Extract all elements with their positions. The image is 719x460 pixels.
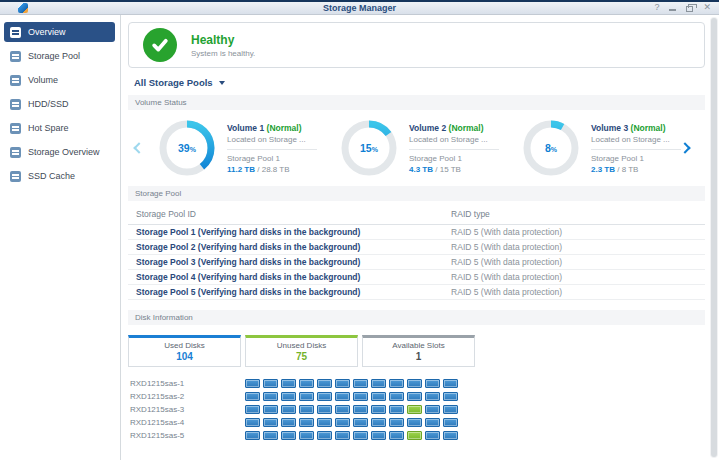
disk-slot-unused <box>407 431 422 440</box>
percent-sign: % <box>551 146 557 153</box>
volume-used: 2.3 TB <box>591 165 615 174</box>
disk-slot-unused <box>407 405 422 414</box>
raid-type-cell: RAID 5 (With data protection) <box>451 272 705 282</box>
storage-pool-filter-label: All Storage Pools <box>134 77 213 88</box>
overview-icon <box>10 27 21 38</box>
volume-card: 8 % Volume 3 (Normal) Located on Storage… <box>523 120 681 176</box>
vertical-scrollbar[interactable] <box>710 17 718 458</box>
sidebar-item[interactable]: HDD/SSD <box>4 94 115 114</box>
disk-slot-used <box>263 392 278 401</box>
sidebar-item[interactable]: Overview <box>4 22 115 42</box>
sidebar-item[interactable]: Volume <box>4 70 115 90</box>
table-row[interactable]: Storage Pool 3 (Verifying hard disks in … <box>128 255 705 270</box>
disk-slot-used <box>281 431 296 440</box>
restore-icon[interactable] <box>686 6 693 12</box>
disk-slot-used <box>281 405 296 414</box>
close-icon[interactable]: ✕ <box>703 2 711 13</box>
hdd-ssd-icon <box>10 99 21 110</box>
disk-slot-used <box>443 418 458 427</box>
column-header-pool-id[interactable]: Storage Pool ID <box>128 209 451 219</box>
disk-slot-used <box>425 392 440 401</box>
sidebar-item[interactable]: Storage Pool <box>4 46 115 66</box>
table-row[interactable]: Storage Pool 4 (Verifying hard disks in … <box>128 270 705 285</box>
disk-slot-used <box>335 431 350 440</box>
stat-value: 104 <box>129 351 240 362</box>
sidebar: Overview Storage Pool Volume HDD/SSD <box>0 15 121 460</box>
disk-slot-used <box>371 392 386 401</box>
disk-stat-card: Unused Disks 75 <box>245 335 358 367</box>
storage-pool-icon <box>10 51 21 62</box>
disk-slot-used <box>335 392 350 401</box>
sidebar-item-label: SSD Cache <box>28 171 75 181</box>
scrollbar-thumb[interactable] <box>711 18 717 457</box>
disk-slot-used <box>425 418 440 427</box>
volume-location: Located on Storage ... <box>227 135 317 150</box>
disk-slot-used <box>281 392 296 401</box>
stat-label: Unused Disks <box>246 341 357 350</box>
disk-stat-card: Used Disks 104 <box>128 335 241 367</box>
enclosure-row: RXD1215sas-3 <box>128 403 705 416</box>
sidebar-item-label: Overview <box>28 27 66 37</box>
disk-slot-used <box>371 379 386 388</box>
volume-state: (Normal) <box>449 123 484 133</box>
sidebar-item-label: Volume <box>28 75 58 85</box>
disk-slot-used <box>263 431 278 440</box>
disk-slot-grid <box>245 405 458 414</box>
storage-manager-window: Storage Manager ? ✕ Overview Storage Poo… <box>0 0 719 460</box>
pool-id-cell: Storage Pool 2 (Verifying hard disks in … <box>128 242 451 252</box>
sidebar-item[interactable]: Storage Overview <box>4 142 115 162</box>
disk-slot-used <box>299 379 314 388</box>
carousel-next-icon[interactable] <box>679 142 690 153</box>
column-header-raid-type[interactable]: RAID type <box>451 209 705 219</box>
enclosure-row: RXD1215sas-1 <box>128 377 705 390</box>
disk-slot-used <box>263 418 278 427</box>
volume-total: / 15 TB <box>435 165 461 174</box>
disk-slot-used <box>389 379 404 388</box>
disk-slot-used <box>407 418 422 427</box>
carousel-prev-icon[interactable] <box>133 142 144 153</box>
volume-card: 15 % Volume 2 (Normal) Located on Storag… <box>341 120 499 176</box>
health-status-card: Healthy System is healthy. <box>128 22 705 68</box>
disk-slot-grid <box>245 379 458 388</box>
raid-type-cell: RAID 5 (With data protection) <box>451 287 705 297</box>
table-row[interactable]: Storage Pool 5 (Verifying hard disks in … <box>128 285 705 300</box>
disk-slot-used <box>335 379 350 388</box>
pool-id-cell: Storage Pool 1 (Verifying hard disks in … <box>128 227 451 237</box>
storage-pool-filter-dropdown[interactable]: All Storage Pools <box>134 77 225 88</box>
volume-pool: Storage Pool 1 <box>409 154 499 163</box>
table-row[interactable]: Storage Pool 1 (Verifying hard disks in … <box>128 225 705 240</box>
stat-value: 75 <box>246 351 357 362</box>
stat-label: Used Disks <box>129 341 240 350</box>
disk-slot-used <box>263 405 278 414</box>
disk-slot-used <box>245 418 260 427</box>
disk-slot-used <box>425 405 440 414</box>
volume-used: 4.3 TB <box>409 165 433 174</box>
sidebar-item-label: Hot Spare <box>28 123 69 133</box>
enclosure-row: RXD1215sas-5 <box>128 429 705 442</box>
storage-pool-table: Storage Pool ID RAID type Storage Pool 1… <box>128 204 705 300</box>
disk-slot-used <box>407 392 422 401</box>
disk-slot-used <box>353 392 368 401</box>
disk-slot-used <box>353 418 368 427</box>
volume-usage-donut: 15 % <box>341 120 397 176</box>
volume-total: / 8 TB <box>617 165 638 174</box>
pool-id-cell: Storage Pool 3 (Verifying hard disks in … <box>128 257 451 267</box>
disk-slot-used <box>389 418 404 427</box>
titlebar: Storage Manager ? ✕ <box>0 0 719 15</box>
disk-slot-used <box>353 431 368 440</box>
volume-status-section-header: Volume Status <box>128 95 705 110</box>
volume-name: Volume 3 <box>591 123 628 133</box>
pool-id-cell: Storage Pool 5 (Verifying hard disks in … <box>128 287 451 297</box>
disk-slot-used <box>245 392 260 401</box>
volume-icon <box>10 75 21 86</box>
sidebar-item[interactable]: SSD Cache <box>4 166 115 186</box>
enclosure-row: RXD1215sas-4 <box>128 416 705 429</box>
disk-stat-card: Available Slots 1 <box>362 335 475 367</box>
enclosure-name: RXD1215sas-2 <box>128 392 245 401</box>
enclosure-name: RXD1215sas-4 <box>128 418 245 427</box>
help-icon[interactable]: ? <box>654 2 659 13</box>
volume-carousel: 39 % Volume 1 (Normal) Located on Storag… <box>128 110 705 186</box>
minimize-icon[interactable] <box>669 9 676 11</box>
sidebar-item[interactable]: Hot Spare <box>4 118 115 138</box>
table-row[interactable]: Storage Pool 2 (Verifying hard disks in … <box>128 240 705 255</box>
